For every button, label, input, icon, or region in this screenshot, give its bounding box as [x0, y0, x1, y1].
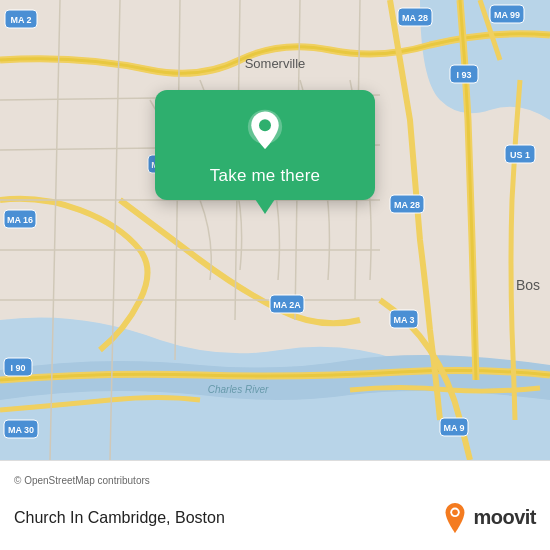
moovit-pin-icon: [441, 501, 469, 535]
take-me-there-button[interactable]: Take me there: [210, 166, 320, 186]
svg-text:I 93: I 93: [456, 70, 471, 80]
svg-text:MA 2A: MA 2A: [273, 300, 301, 310]
moovit-brand-text: moovit: [473, 506, 536, 529]
bottom-bar: © OpenStreetMap contributors Church In C…: [0, 460, 550, 550]
svg-text:MA 3: MA 3: [393, 315, 414, 325]
location-pin-icon: [241, 108, 289, 156]
svg-text:MA 30: MA 30: [8, 425, 34, 435]
svg-text:MA 28: MA 28: [402, 13, 428, 23]
svg-text:MA 16: MA 16: [7, 215, 33, 225]
svg-text:MA 2: MA 2: [10, 15, 31, 25]
svg-text:I 90: I 90: [10, 363, 25, 373]
map-container: MA 2 MA 2A MA 2A MA 16 MA 28 MA 28 MA 99…: [0, 0, 550, 460]
map-attribution: © OpenStreetMap contributors: [14, 475, 536, 486]
svg-point-42: [259, 119, 271, 131]
svg-text:MA 28: MA 28: [394, 200, 420, 210]
svg-text:Somerville: Somerville: [245, 56, 306, 71]
svg-text:MA 9: MA 9: [443, 423, 464, 433]
location-row: Church In Cambridge, Boston moovit: [14, 501, 536, 535]
popup-card: Take me there: [155, 90, 375, 200]
map-background: MA 2 MA 2A MA 2A MA 16 MA 28 MA 28 MA 99…: [0, 0, 550, 460]
svg-text:Charles River: Charles River: [208, 384, 269, 395]
svg-text:Bos: Bos: [516, 277, 540, 293]
svg-text:US 1: US 1: [510, 150, 530, 160]
location-name: Church In Cambridge, Boston: [14, 509, 225, 527]
svg-point-44: [453, 509, 459, 515]
svg-text:MA 99: MA 99: [494, 10, 520, 20]
moovit-logo[interactable]: moovit: [441, 501, 536, 535]
